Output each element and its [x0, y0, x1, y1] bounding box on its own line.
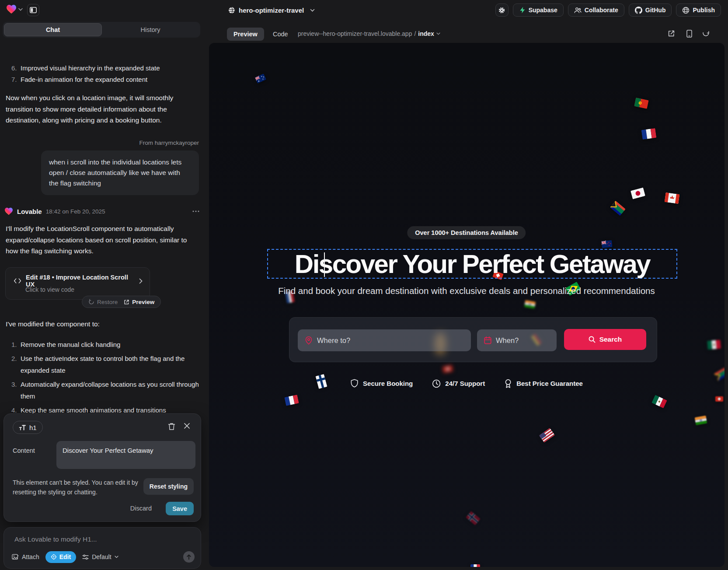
- lovable-heart-icon: [4, 207, 13, 215]
- message-timestamp: 18:42 on Feb 20, 2025: [46, 208, 105, 215]
- supabase-bolt-icon: [519, 7, 526, 14]
- lovable-heart-icon: [6, 4, 17, 14]
- publish-button[interactable]: Publish: [676, 3, 721, 17]
- reset-styling-button[interactable]: Reset styling: [143, 478, 194, 495]
- restore-icon: [88, 299, 94, 305]
- mobile-view-button[interactable]: [686, 30, 692, 38]
- hero-section: Over 1000+ Destinations Available Discov…: [209, 43, 725, 567]
- supabase-button[interactable]: Supabase: [513, 3, 564, 17]
- people-icon: [574, 7, 582, 14]
- chat-sidebar: Chat History 6. Improved visual hierarch…: [0, 20, 206, 570]
- preview-toolbar: Preview Code preview--hero-optimizer-tra…: [209, 25, 725, 42]
- tab-chat[interactable]: Chat: [4, 23, 102, 36]
- send-button[interactable]: [183, 551, 195, 563]
- chat-input[interactable]: [14, 535, 181, 543]
- sidebar-toggle-button[interactable]: [27, 4, 39, 16]
- publish-globe-icon: [682, 7, 690, 14]
- list-item: 6. Improved visual hierarchy in the expa…: [11, 63, 200, 74]
- chevron-down-icon: [310, 9, 315, 12]
- list-item: 7. Fade-in animation for the expanded co…: [11, 74, 200, 85]
- chat-input-box: Attach Edit Default: [3, 527, 201, 569]
- search-bar: Search: [289, 317, 657, 362]
- target-icon: [51, 554, 57, 560]
- list-item: 3. Automatically expand/collapse locatio…: [11, 378, 200, 402]
- save-button[interactable]: Save: [166, 502, 194, 515]
- more-options-icon[interactable]: [192, 210, 199, 212]
- where-input[interactable]: [317, 336, 464, 345]
- url-path: index: [418, 30, 434, 37]
- url-host: preview--hero-optimizer-travel.lovable.a…: [298, 30, 412, 37]
- image-icon: [12, 554, 19, 560]
- assistant-name: Lovable: [17, 208, 42, 215]
- lovable-app: hero-optimizer-travel Supabase: [0, 0, 728, 570]
- from-label: From harrymckayroper: [139, 140, 199, 146]
- preview-viewport[interactable]: Over 1000+ Destinations Available Discov…: [209, 43, 725, 567]
- open-external-button[interactable]: [668, 30, 675, 37]
- lovable-logo-menu[interactable]: [6, 4, 23, 14]
- discard-button[interactable]: Discard: [130, 505, 152, 512]
- feature-price-guarantee: Best Price Guarantee: [504, 379, 583, 388]
- element-tag: h1: [29, 424, 37, 431]
- list-item: 1. Remove the manual click handling: [11, 339, 200, 350]
- tab-code[interactable]: Code: [266, 28, 295, 41]
- assistant-message-header: Lovable 18:42 on Feb 20, 2025: [4, 207, 202, 215]
- chat-input-actions: Attach Edit Default: [12, 551, 195, 563]
- topbar-actions: Supabase Collaborate GitHub Publish: [495, 3, 721, 17]
- version-actions: Restore Preview: [82, 296, 161, 308]
- sliders-icon: [82, 554, 89, 560]
- selected-h1-element[interactable]: Discover Your Perfect Getaway: [267, 249, 677, 279]
- gear-icon: [498, 7, 505, 14]
- trash-icon[interactable]: [168, 423, 175, 430]
- when-field[interactable]: [477, 329, 557, 351]
- github-icon: [635, 7, 642, 14]
- chevron-down-icon: [18, 8, 23, 11]
- assistant-paragraph: I've modified the component to:: [6, 318, 198, 330]
- feature-secure-booking: Secure Booking: [350, 379, 413, 388]
- preview-version-button[interactable]: Preview: [124, 299, 154, 305]
- element-tag-chip[interactable]: h1: [13, 421, 43, 434]
- typography-icon: [19, 424, 26, 431]
- project-selector[interactable]: hero-optimizer-travel: [228, 4, 315, 16]
- content-textarea[interactable]: Discover Your Perfect Getaway: [56, 441, 195, 469]
- chevron-down-icon: [115, 556, 118, 558]
- restore-button[interactable]: Restore: [88, 299, 118, 305]
- external-link-icon: [124, 299, 129, 305]
- refresh-button[interactable]: [702, 30, 710, 37]
- search-icon: [589, 336, 596, 343]
- collaborate-button[interactable]: Collaborate: [568, 3, 624, 17]
- list-item: 2. Use the activeIndex state to control …: [11, 353, 200, 376]
- github-button[interactable]: GitHub: [629, 3, 672, 17]
- globe-icon: [228, 7, 235, 14]
- styling-note: This element can't be styled. You can ed…: [13, 478, 144, 497]
- edit-version-card[interactable]: Edit #18 • Improve Location Scroll UX Cl…: [5, 267, 150, 300]
- project-name: hero-optimizer-travel: [239, 7, 304, 14]
- tab-history[interactable]: History: [102, 23, 199, 36]
- award-icon: [504, 379, 512, 388]
- user-message-bubble: when i scroll into the individual locati…: [41, 150, 199, 195]
- preview-url[interactable]: preview--hero-optimizer-travel.lovable.a…: [298, 30, 440, 37]
- shield-icon: [350, 379, 359, 388]
- model-selector[interactable]: Default: [82, 553, 118, 560]
- assistant-paragraph: I'll modify the LocationScroll component…: [6, 223, 198, 257]
- attach-button[interactable]: Attach: [12, 553, 39, 560]
- edit-card-subtitle: Click to view code: [25, 286, 74, 293]
- chevron-down-icon: [436, 32, 440, 35]
- hero-subtitle: Find and book your dream destination wit…: [278, 286, 655, 296]
- sidebar-tabs: Chat History: [3, 22, 200, 38]
- text-caret: [324, 252, 325, 277]
- search-button[interactable]: Search: [564, 329, 646, 350]
- calendar-icon: [484, 336, 491, 344]
- hero-title: Discover Your Perfect Getaway: [295, 249, 650, 279]
- feature-support: 24/7 Support: [432, 379, 485, 388]
- settings-button[interactable]: [495, 3, 509, 17]
- assistant-paragraph: Now when you click on a location image, …: [6, 92, 198, 126]
- edit-mode-pill[interactable]: Edit: [45, 551, 76, 563]
- tab-preview[interactable]: Preview: [227, 28, 264, 41]
- top-bar: hero-optimizer-travel Supabase: [0, 0, 728, 20]
- arrow-up-icon: [186, 554, 192, 560]
- when-input[interactable]: [496, 336, 550, 345]
- close-icon[interactable]: [184, 423, 190, 429]
- element-editor-panel: h1 Content Discover Your Perfect Getaway…: [3, 413, 201, 522]
- panel-left-icon: [30, 7, 37, 13]
- where-field[interactable]: [298, 329, 471, 351]
